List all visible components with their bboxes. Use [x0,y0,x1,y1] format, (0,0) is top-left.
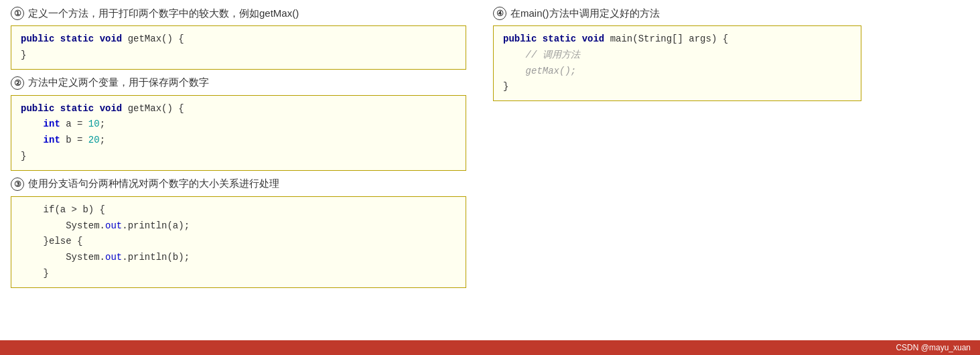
circle-4: ④ [493,7,506,20]
footer-bar: CSDN @mayu_xuan [0,340,980,355]
code-box-1: public static void getMax() { } [11,25,466,70]
footer-text: CSDN @mayu_xuan [896,343,971,352]
section-2-text: 方法中定义两个变量，用于保存两个数字 [28,76,209,89]
section-3: ③ 使用分支语句分两种情况对两个数字的大小关系进行处理 if(a > b) { … [11,178,466,288]
circle-2: ② [11,76,24,90]
section-3-text: 使用分支语句分两种情况对两个数字的大小关系进行处理 [28,178,279,190]
right-column: ④ 在main()方法中调用定义好的方法 public static void … [493,7,861,101]
section-1-label: ① 定义一个方法，用于打印两个数字中的较大数，例如getMax() [11,7,466,20]
circle-1: ① [11,7,24,20]
section-2: ② 方法中定义两个变量，用于保存两个数字 public static void … [11,76,466,171]
section-2-label: ② 方法中定义两个变量，用于保存两个数字 [11,76,466,90]
main-layout: ① 定义一个方法，用于打印两个数字中的较大数，例如getMax() public… [11,7,969,288]
left-column: ① 定义一个方法，用于打印两个数字中的较大数，例如getMax() public… [11,7,466,288]
section-4-text: 在main()方法中调用定义好的方法 [510,7,660,20]
code-box-3: if(a > b) { System.out.println(a); }else… [11,196,466,288]
code-box-4: public static void main(String[] args) {… [493,25,861,101]
section-3-label: ③ 使用分支语句分两种情况对两个数字的大小关系进行处理 [11,178,466,191]
section-1: ① 定义一个方法，用于打印两个数字中的较大数，例如getMax() public… [11,7,466,70]
section-4-label: ④ 在main()方法中调用定义好的方法 [493,7,861,20]
code-box-2: public static void getMax() { int a = 10… [11,95,466,171]
section-4: ④ 在main()方法中调用定义好的方法 public static void … [493,7,861,101]
section-1-text: 定义一个方法，用于打印两个数字中的较大数，例如getMax() [28,7,299,20]
circle-3: ③ [11,178,24,191]
